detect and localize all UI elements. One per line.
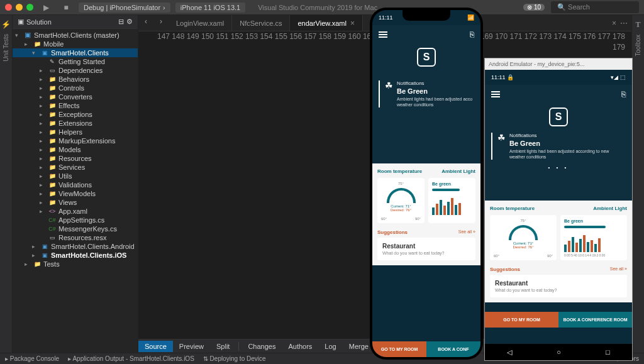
my-room-button[interactable]: GO TO MY ROOM xyxy=(372,341,426,357)
tree-item[interactable]: ▸📁Views xyxy=(13,198,138,207)
leaf-icon: ☘ xyxy=(385,80,393,91)
ambient-light-label: Ambient Light xyxy=(441,168,475,174)
android-signal-icon: ▾◢ ⬚ xyxy=(611,74,626,80)
settings-icon[interactable]: ⚙ xyxy=(126,18,133,26)
hamburger-icon[interactable] xyxy=(491,91,500,97)
desired-temp: Desired: 76° xyxy=(381,208,421,212)
android-recent-icon[interactable]: □ xyxy=(606,348,610,356)
tree-item[interactable]: ▸📁Extensions xyxy=(13,119,138,128)
tree-item[interactable]: ▸▭Dependencies xyxy=(13,66,138,75)
tree-item[interactable]: ▸📁ViewModels xyxy=(13,189,138,198)
iphone-notch xyxy=(402,10,450,21)
tree-item[interactable]: ▸▣SmartHotel.Clients.iOS xyxy=(13,251,138,260)
tree-item[interactable]: ▸📁Tests xyxy=(13,260,138,268)
book-conf-button[interactable]: BOOK A CONFERENCE ROOM xyxy=(558,312,632,328)
tree-item[interactable]: ▾▣SmartHotel.Clients xyxy=(13,48,138,57)
tree-item[interactable]: ✎Getting Started xyxy=(13,57,138,66)
notif-heading: Be Green xyxy=(509,140,626,147)
left-rail: ⚡ Unit Tests xyxy=(0,15,13,353)
minimize-dot[interactable] xyxy=(16,4,23,11)
run-button[interactable]: ▶ xyxy=(38,1,53,14)
tree-item[interactable]: ▸📁Helpers xyxy=(13,128,138,136)
solution-root[interactable]: ▾▣ SmartHotel.Clients (master) xyxy=(13,30,138,40)
editor-tab[interactable]: NfcService.cs xyxy=(232,15,290,31)
changes-tab[interactable]: Changes xyxy=(242,341,282,352)
restaurant-card[interactable]: Restaurant What do you want to eat today… xyxy=(377,238,475,260)
suggestions-label: Suggestions xyxy=(377,229,408,235)
stop-button[interactable]: ■ xyxy=(58,1,74,14)
notification-card[interactable]: ☘ Notifications Be Green Ambient lights … xyxy=(379,80,474,108)
toolbox-tab[interactable]: Toolbox xyxy=(635,35,641,56)
editor-tab[interactable]: LoginView.xaml xyxy=(169,15,232,31)
split-tab[interactable]: Split xyxy=(210,341,236,352)
zoom-dot[interactable] xyxy=(26,4,33,11)
tree-item[interactable]: ▸📁Resources xyxy=(13,154,138,163)
tree-item[interactable]: C#AppSettings.cs xyxy=(13,216,138,224)
nfc-icon[interactable]: ⎘ xyxy=(470,30,474,39)
tree-item[interactable]: ▸📁Controls xyxy=(13,84,138,92)
tree-item[interactable]: ▸📁Converters xyxy=(13,92,138,101)
solution-panel: ▣ Solution ⊟ ⚙ ▾▣ SmartHotel.Clients (ma… xyxy=(13,15,138,353)
temperature-gauge[interactable]: 75° Current: 71° Desired: 76° 60° 90° xyxy=(490,215,557,260)
source-tab[interactable]: Source xyxy=(138,341,173,352)
tree-item[interactable]: ▸📁Utils xyxy=(13,172,138,180)
android-home-icon[interactable]: ○ xyxy=(557,348,561,356)
unit-tests-tab[interactable]: Unit Tests xyxy=(3,34,9,62)
tree-item[interactable]: C#MessengerKeys.cs xyxy=(13,224,138,233)
iphone-time: 11:11 xyxy=(379,14,393,21)
app-logo: S xyxy=(549,108,568,126)
log-tab[interactable]: Log xyxy=(318,341,342,352)
android-status-bar: 11:11 🔒 ▾◢ ⬚ xyxy=(485,70,632,85)
solution-root-label: SmartHotel.Clients (master) xyxy=(34,31,119,39)
tree-item[interactable]: ▸📁Exceptions xyxy=(13,110,138,119)
ambient-gauge[interactable]: Be green xyxy=(428,178,475,223)
book-conf-button[interactable]: BOOK A CONF xyxy=(426,341,480,357)
tab-nav-fwd[interactable]: › xyxy=(153,15,169,28)
preview-tab[interactable]: Preview xyxy=(173,341,210,352)
nfc-icon[interactable]: ⎘ xyxy=(621,90,626,99)
error-badge[interactable]: ⊗ 10 xyxy=(523,4,545,11)
tree-item[interactable]: ▸📁Effects xyxy=(13,101,138,110)
tab-close-icon[interactable]: × xyxy=(612,19,616,28)
collapse-icon[interactable]: ⊟ xyxy=(118,18,124,26)
tree-item[interactable]: ▸📁Behaviors xyxy=(13,75,138,84)
search-input[interactable]: 🔍 Search xyxy=(551,1,639,13)
ambient-light-label: Ambient Light xyxy=(593,206,627,211)
solution-title: Solution xyxy=(26,18,52,26)
hamburger-icon[interactable] xyxy=(379,31,387,38)
debug-target[interactable]: Debug | iPhoneSimulator › xyxy=(79,3,170,13)
editor-tab[interactable]: endarView.xaml× xyxy=(290,15,362,31)
tree-item[interactable]: ▸📁Services xyxy=(13,163,138,172)
close-dot[interactable] xyxy=(5,4,12,11)
iphone-signal-icon: 📶 xyxy=(467,14,474,21)
tree-item[interactable]: ▸▣SmartHotel.Clients.Android xyxy=(13,242,138,251)
room-temp-label: Room temperature xyxy=(377,168,422,174)
tree-item[interactable]: ▸<>App.xaml xyxy=(13,207,138,216)
tab-nav-back[interactable]: ‹ xyxy=(138,15,153,28)
tree-item[interactable]: ▭Resources.resx xyxy=(13,233,138,242)
see-all-link[interactable]: See all » xyxy=(610,267,627,272)
android-emulator: Android Emulator - my_device_pie:5... 11… xyxy=(484,58,633,361)
tree-item[interactable]: ▸📁Models xyxy=(13,145,138,154)
temperature-gauge[interactable]: 75° Current: 71° Desired: 76° 60° 90° xyxy=(377,178,425,223)
notification-card[interactable]: ☘ Notifications Be Green Ambient lights … xyxy=(491,133,626,160)
restaurant-card[interactable]: Restaurant What do you want to eat today… xyxy=(490,275,627,297)
notif-body: Ambient lights had been adjusted acco we… xyxy=(397,96,474,108)
text-icon[interactable]: T xyxy=(635,20,640,30)
app-output[interactable]: ▸ Application Output - SmartHotel.Client… xyxy=(68,355,194,362)
tree-item[interactable]: ▸📁Validations xyxy=(13,180,138,189)
tree-item[interactable]: ▸📁MarkupExtensions xyxy=(13,136,138,145)
device-target[interactable]: iPhone 11 iOS 13.1 xyxy=(175,3,245,13)
package-console[interactable]: ▸ Package Console xyxy=(5,355,59,362)
tab-more-icon[interactable]: ⋯ xyxy=(620,19,628,28)
bolt-icon[interactable]: ⚡ xyxy=(1,20,11,29)
tree-item[interactable]: ▸📁Mobile xyxy=(13,40,138,48)
tab-close-icon[interactable]: × xyxy=(350,19,355,28)
ambient-gauge[interactable]: Be green 0:00 5:40 10:0 14:4 19:2 0:00 xyxy=(560,215,627,260)
see-all-link[interactable]: See all » xyxy=(458,229,475,235)
my-room-button[interactable]: GO TO MY ROOM xyxy=(485,312,558,328)
pager-dots[interactable]: • • • xyxy=(491,165,626,170)
android-back-icon[interactable]: ◁ xyxy=(507,348,512,356)
authors-tab[interactable]: Authors xyxy=(282,341,318,352)
suggestions-label: Suggestions xyxy=(490,267,520,272)
